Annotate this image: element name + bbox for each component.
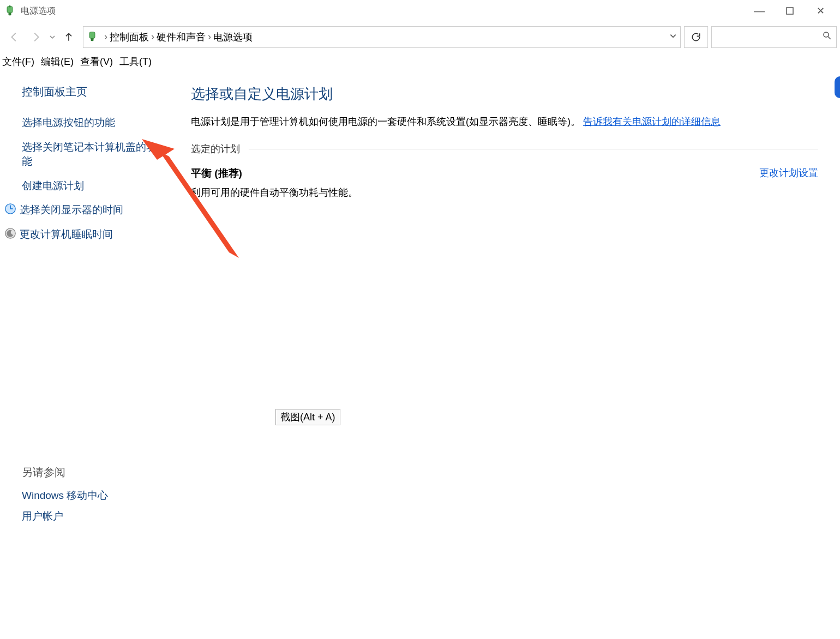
desc-link[interactable]: 告诉我有关电源计划的详细信息 xyxy=(583,116,721,127)
divider xyxy=(249,149,818,149)
svg-rect-1 xyxy=(7,7,13,13)
menu-tools[interactable]: 工具(T) xyxy=(119,55,152,68)
see-also-link-mobility[interactable]: Windows 移动中心 xyxy=(22,489,108,503)
refresh-button[interactable] xyxy=(684,26,708,48)
svg-rect-5 xyxy=(89,32,95,38)
chevron-right-icon[interactable]: › xyxy=(104,31,107,43)
chevron-right-icon[interactable]: › xyxy=(151,31,154,43)
sidebar-link-create-plan[interactable]: 创建电源计划 xyxy=(22,179,164,194)
sidebar-link-display-off[interactable]: 选择关闭显示器的时间 xyxy=(20,203,123,218)
see-also-title: 另请参阅 xyxy=(22,465,108,480)
desc-text: 电源计划是用于管理计算机如何使用电源的一套硬件和系统设置(如显示器亮度、睡眠等)… xyxy=(191,116,580,127)
address-dropdown[interactable] xyxy=(669,31,677,43)
plan-title: 平衡 (推荐) xyxy=(191,166,242,180)
section-header: 选定的计划 xyxy=(191,142,818,155)
svg-line-7 xyxy=(828,37,831,39)
sleep-icon xyxy=(4,227,20,242)
search-icon xyxy=(822,31,832,43)
screenshot-tooltip: 截图(Alt + A) xyxy=(275,409,340,425)
svg-rect-3 xyxy=(787,8,793,14)
chevron-right-icon[interactable]: › xyxy=(208,31,211,43)
breadcrumb-item[interactable]: 控制面板 xyxy=(110,31,149,44)
maximize-button[interactable] xyxy=(775,0,805,22)
close-button[interactable]: ✕ xyxy=(805,0,836,22)
forward-button[interactable] xyxy=(25,26,47,48)
svg-point-6 xyxy=(824,32,829,37)
page-heading: 选择或自定义电源计划 xyxy=(191,85,818,104)
breadcrumb-item[interactable]: 硬件和声音 xyxy=(157,31,206,44)
menu-view[interactable]: 查看(V) xyxy=(80,55,113,68)
display-off-icon xyxy=(4,203,20,218)
sidebar-link-sleep[interactable]: 更改计算机睡眠时间 xyxy=(20,227,113,242)
search-input[interactable] xyxy=(711,26,837,48)
menu-file[interactable]: 文件(F) xyxy=(2,55,34,68)
history-dropdown[interactable] xyxy=(47,26,58,48)
address-bar[interactable]: › 控制面板 › 硬件和声音 › 电源选项 xyxy=(83,26,681,48)
page-description: 电源计划是用于管理计算机如何使用电源的一套硬件和系统设置(如显示器亮度、睡眠等)… xyxy=(191,114,818,129)
svg-rect-2 xyxy=(9,5,11,7)
toolbar: › 控制面板 › 硬件和声音 › 电源选项 xyxy=(0,22,840,52)
back-button[interactable] xyxy=(3,26,25,48)
menu-bar: 文件(F) 编辑(E) 查看(V) 工具(T) xyxy=(0,52,840,71)
app-icon xyxy=(4,5,15,16)
content-area: 控制面板主页 选择电源按钮的功能 选择关闭笔记本计算机盖的功能 创建电源计划 选… xyxy=(0,74,840,639)
breadcrumb-icon xyxy=(87,31,99,43)
see-also-section: 另请参阅 Windows 移动中心 用户帐户 xyxy=(22,465,108,530)
window-title: 电源选项 xyxy=(21,5,56,17)
change-plan-settings-link[interactable]: 更改计划设置 xyxy=(759,166,818,180)
menu-edit[interactable]: 编辑(E) xyxy=(41,55,74,68)
breadcrumb-item[interactable]: 电源选项 xyxy=(213,31,253,44)
title-bar: 电源选项 — ✕ xyxy=(0,0,840,22)
control-panel-home-link[interactable]: 控制面板主页 xyxy=(22,85,164,99)
up-button[interactable] xyxy=(58,26,80,48)
main-panel: 选择或自定义电源计划 电源计划是用于管理计算机如何使用电源的一套硬件和系统设置(… xyxy=(191,85,818,199)
plan-description: 利用可用的硬件自动平衡功耗与性能。 xyxy=(191,186,818,199)
sidebar-link-power-button[interactable]: 选择电源按钮的功能 xyxy=(22,116,164,130)
sidebar-link-lid-close[interactable]: 选择关闭笔记本计算机盖的功能 xyxy=(22,140,164,169)
see-also-link-accounts[interactable]: 用户帐户 xyxy=(22,509,108,523)
section-label: 选定的计划 xyxy=(191,142,240,155)
help-bubble-icon[interactable] xyxy=(835,76,840,98)
minimize-button[interactable]: — xyxy=(744,0,775,22)
sidebar: 控制面板主页 选择电源按钮的功能 选择关闭笔记本计算机盖的功能 创建电源计划 选… xyxy=(0,74,169,253)
